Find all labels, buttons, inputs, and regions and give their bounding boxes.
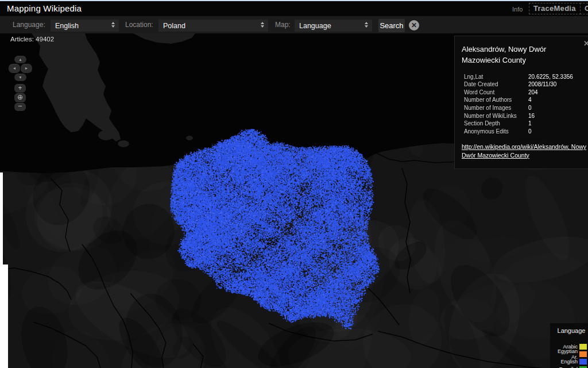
pan-up-button[interactable]: ▲ (14, 56, 26, 63)
tile-gap-strip (0, 264, 8, 368)
legend-color-swatch (579, 351, 587, 357)
tracemedia-logo[interactable]: TraceMedia (529, 3, 581, 14)
dropdown-arrows-icon (365, 22, 368, 28)
location-dropdown[interactable]: Poland (158, 20, 268, 32)
zoom-in-button[interactable]: + (14, 84, 26, 93)
stat-label: Word Count (464, 89, 528, 97)
stat-value: 0 (528, 104, 532, 112)
toolbar: Language: English Location: Poland Map: … (0, 16, 588, 34)
mapping-wikipedia-app: { "header": { "title": "Mapping Wikipedi… (0, 0, 588, 368)
map-dropdown[interactable]: Language (295, 20, 372, 32)
panel-close-icon[interactable]: ✕ (583, 39, 588, 48)
articles-count: Articles: 49402 (10, 36, 54, 43)
language-dropdown-value: English (55, 22, 79, 30)
legend-label: English (550, 359, 578, 365)
legend-row: Español (550, 365, 588, 368)
stat-row: Word Count204 (464, 89, 588, 97)
stat-row: Number of WikiLinks16 (464, 112, 588, 120)
brand-overflow-logo[interactable]: Ol (580, 3, 588, 14)
stat-row: Number of Authors4 (464, 96, 588, 104)
stat-value: 20.6225, 52.3356 (528, 73, 573, 81)
info-link[interactable]: Info (512, 6, 523, 13)
location-label: Location: (125, 21, 153, 29)
legend-color-swatch (579, 359, 587, 365)
stat-row: Section Depth1 (464, 120, 588, 128)
stat-row: Anonymous Edits0 (464, 128, 588, 136)
pan-left-button[interactable]: ◄ (9, 64, 20, 73)
language-label: Language: (13, 21, 45, 29)
stat-row: Number of Images0 (464, 104, 588, 112)
legend-title: Language (551, 327, 588, 334)
dropdown-arrows-icon (111, 22, 115, 28)
search-button[interactable]: Search (378, 19, 405, 32)
legend-row: English (550, 358, 588, 365)
legend-row: Egyptian Ar. (550, 350, 588, 358)
legend-color-swatch (579, 366, 587, 368)
stat-row: Date Created2008/11/30 (464, 80, 588, 89)
clear-search-icon[interactable]: ✕ (409, 20, 419, 30)
stat-label: Section Depth (464, 120, 528, 128)
dropdown-arrows-icon (261, 22, 264, 28)
stat-label: Anonymous Edits (464, 128, 528, 136)
map-dropdown-value: Language (299, 22, 331, 30)
tile-gap-strip (0, 172, 3, 264)
stat-label: Number of Authors (464, 96, 528, 104)
stat-label: Number of WikiLinks (464, 112, 528, 120)
legend-color-swatch (579, 344, 587, 350)
pan-right-button[interactable]: ► (21, 64, 32, 73)
map-label: Map: (275, 21, 291, 29)
stat-value: 0 (528, 128, 532, 136)
map-legend: Language ArabicEgyptian Ar.EnglishEspaño… (550, 323, 588, 368)
app-title: Mapping Wikipedia (7, 3, 82, 13)
header-bar: Mapping Wikipedia Info TraceMedia Ol (0, 1, 588, 16)
language-dropdown[interactable]: English (51, 20, 119, 32)
article-title: Aleksandrów, Nowy Dwór Mazowiecki County (462, 44, 588, 66)
pan-down-button[interactable]: ▼ (14, 74, 26, 81)
stat-value: 16 (528, 112, 535, 120)
article-stats: Lng,Lat20.6225, 52.3356Date Created2008/… (464, 73, 588, 136)
stat-label: Number of Images (464, 104, 528, 112)
stat-value: 1 (528, 120, 532, 128)
stat-label: Lng,Lat (464, 73, 528, 81)
zoom-out-button[interactable]: − (14, 103, 26, 111)
legend-label: Egyptian Ar. (550, 348, 578, 360)
article-info-panel: ✕ Aleksandrów, Nowy Dwór Mazowiecki Coun… (454, 36, 588, 169)
stat-row: Lng,Lat20.6225, 52.3356 (464, 73, 588, 81)
location-dropdown-value: Poland (163, 22, 185, 30)
stat-value: 2008/11/30 (528, 80, 556, 89)
stat-value: 4 (528, 96, 532, 104)
legend-label: Español (550, 366, 578, 368)
legend-rows: ArabicEgyptian Ar.EnglishEspañol (550, 343, 588, 368)
zoom-world-button[interactable]: ⊕ (14, 93, 26, 102)
wikipedia-link[interactable]: http://en.wikipedia.org/wiki/Aleksandrów… (462, 143, 588, 159)
stat-value: 204 (528, 89, 538, 97)
stat-label: Date Created (464, 80, 528, 89)
